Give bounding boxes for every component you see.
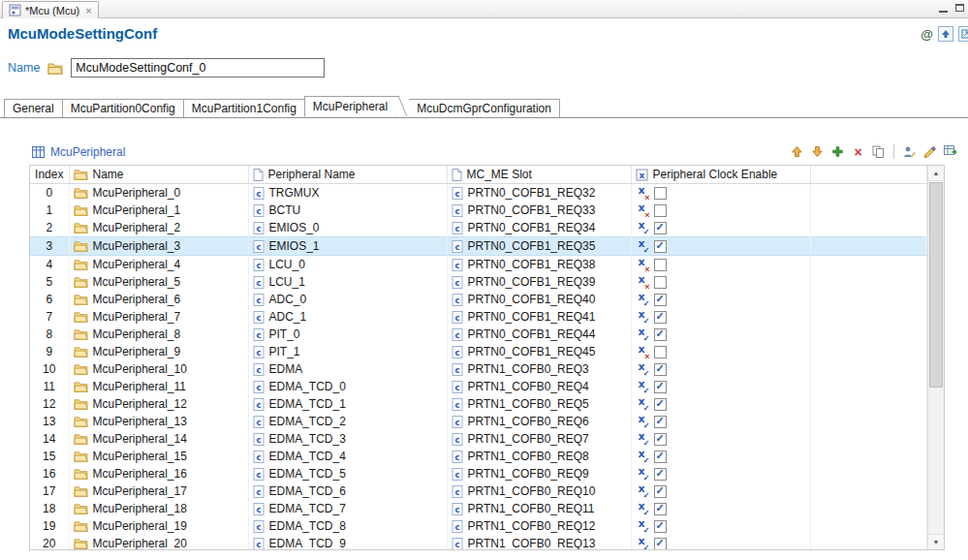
scrollbar-thumb[interactable] — [929, 182, 943, 388]
copy-row-icon[interactable] — [870, 143, 887, 160]
collapse-all-icon[interactable] — [938, 26, 953, 42]
table-row[interactable]: 5 McuPeripheral_5 c LCU_1 c PRTN0_COFB1_… — [30, 273, 927, 291]
export-table-icon[interactable] — [942, 143, 958, 160]
clock-enable-checkbox[interactable] — [654, 187, 667, 200]
table-icon — [32, 146, 45, 158]
table-row[interactable]: 9 McuPeripheral_9 c PIT_1 c PRTN0_COFB1_… — [30, 343, 927, 360]
clock-enable-checkbox[interactable] — [654, 398, 667, 411]
table-row[interactable]: 17 McuPeripheral_17 c EDMA_TCD_6 c PRTN1… — [30, 482, 927, 500]
clock-enable-checkbox[interactable] — [654, 451, 667, 463]
name-input[interactable] — [71, 58, 325, 78]
column-header-peripheral-name[interactable]: Peripheral Name — [248, 166, 447, 184]
table-row[interactable]: 19 McuPeripheral_19 c EDMA_TCD_8 c PRTN1… — [30, 517, 927, 535]
clock-enable-checkbox[interactable] — [654, 538, 667, 550]
clock-enable-checkbox[interactable] — [654, 503, 667, 515]
string-value-icon: c — [452, 204, 463, 217]
cell-name: McuPeripheral_11 — [69, 378, 248, 395]
clock-enable-checkbox[interactable] — [654, 468, 667, 481]
string-value-icon: c — [452, 222, 463, 234]
clock-enable-checkbox[interactable] — [654, 311, 667, 324]
cell-name-text: McuPeripheral_0 — [93, 186, 181, 200]
cell-slot-text: PRTN1_COFB0_REQ12 — [468, 519, 596, 533]
clock-enable-checkbox[interactable] — [654, 520, 667, 533]
clock-enable-checkbox[interactable] — [654, 485, 667, 498]
table-caption[interactable]: McuPeripheral — [50, 145, 125, 159]
scroll-down-icon[interactable]: ▼ — [928, 534, 944, 549]
vertical-scrollbar[interactable]: ▲ ▼ — [927, 166, 944, 549]
table-row[interactable]: 2 McuPeripheral_2 c EMIOS_0 c PRTN0_COFB… — [30, 219, 927, 237]
document-icon — [452, 169, 462, 181]
column-header-clock-enable[interactable]: x Peripheral Clock Enable — [631, 166, 810, 184]
clock-enable-checkbox[interactable] — [654, 204, 667, 217]
tab-mcupartition0config[interactable]: McuPartition0Config — [62, 99, 184, 117]
cell-peripheral-text: ADC_0 — [269, 293, 307, 306]
table-row[interactable]: 13 McuPeripheral_13 c EDMA_TCD_2 c PRTN1… — [30, 413, 927, 430]
clock-enable-checkbox[interactable] — [654, 222, 667, 234]
rename-icon[interactable] — [901, 143, 918, 160]
tab-mcupartition1config[interactable]: McuPartition1Config — [183, 99, 305, 117]
cell-index: 14 — [30, 430, 69, 448]
table-row[interactable]: 16 McuPeripheral_16 c EDMA_TCD_5 c PRTN1… — [30, 465, 927, 482]
column-header-name[interactable]: Name — [69, 166, 248, 184]
minimize-icon[interactable] — [939, 11, 948, 13]
table-row[interactable]: 7 McuPeripheral_7 c ADC_1 c PRTN0_COFB1_… — [30, 308, 927, 326]
clock-enable-checkbox[interactable] — [654, 240, 667, 253]
add-row-icon[interactable] — [829, 143, 846, 160]
table-row[interactable]: 4 McuPeripheral_4 c LCU_0 c PRTN0_COFB1_… — [30, 256, 927, 274]
cell-peripheral-text: EDMA_TCD_9 — [269, 537, 346, 549]
clock-enable-checkbox[interactable] — [654, 433, 667, 446]
cell-slot-text: PRTN0_COFB1_REQ44 — [468, 327, 596, 341]
cell-index: 19 — [30, 517, 69, 535]
table-row[interactable]: 11 McuPeripheral_11 c EDMA_TCD_0 c PRTN1… — [30, 378, 927, 395]
editor-file-icon — [9, 4, 21, 16]
table-row[interactable]: 8 McuPeripheral_8 c PIT_0 c PRTN0_COFB1_… — [30, 326, 927, 343]
column-header-mcme-slot[interactable]: MC_ME Slot — [447, 166, 631, 184]
table-row[interactable]: 0 McuPeripheral_0 c TRGMUX c PRTN0_COFB1… — [30, 184, 927, 202]
svg-text:c: c — [256, 451, 261, 461]
clock-enable-checkbox[interactable] — [654, 276, 667, 289]
close-tab-icon[interactable]: × — [85, 6, 91, 16]
table-row[interactable]: 20 McuPeripheral_20 c EDMA_TCD_9 c PRTN1… — [30, 535, 927, 549]
tab-mcuperipheral[interactable]: McuPeripheral — [304, 96, 396, 117]
move-up-icon[interactable] — [789, 143, 805, 160]
string-value-icon: c — [452, 433, 463, 446]
cell-index: 4 — [30, 256, 69, 274]
clock-enable-checkbox[interactable] — [654, 346, 667, 358]
editor-tab-mcu[interactable]: *Mcu (Mcu) × — [2, 1, 99, 18]
cell-index: 16 — [30, 465, 69, 482]
export-config-icon[interactable] — [958, 26, 968, 42]
cell-name-text: McuPeripheral_10 — [93, 362, 187, 376]
clock-enable-checkbox[interactable] — [654, 328, 667, 341]
cell-filler — [810, 219, 927, 237]
table-grid: Index Name Peripheral Name — [30, 166, 927, 549]
show-description-icon[interactable]: @ — [921, 27, 933, 42]
clock-enable-checkbox[interactable] — [654, 259, 667, 271]
table-row[interactable]: 3 McuPeripheral_3 c EMIOS_1 c PRTN0_COFB… — [30, 237, 927, 256]
clock-enable-checkbox[interactable] — [654, 363, 667, 376]
table-row[interactable]: 6 McuPeripheral_6 c ADC_0 c PRTN0_COFB1_… — [30, 291, 927, 308]
header-actions: @ — [921, 26, 968, 42]
cell-peripheral: c LCU_0 — [248, 256, 447, 274]
clock-enable-checkbox[interactable] — [654, 381, 667, 393]
tab-general[interactable]: General — [4, 99, 63, 117]
table-row[interactable]: 14 McuPeripheral_14 c EDMA_TCD_3 c PRTN1… — [30, 430, 927, 448]
table-row[interactable]: 18 McuPeripheral_18 c EDMA_TCD_7 c PRTN1… — [30, 500, 927, 517]
table-row[interactable]: 15 McuPeripheral_15 c EDMA_TCD_4 c PRTN1… — [30, 448, 927, 465]
clock-enable-checkbox[interactable] — [654, 294, 667, 306]
edit-cell-icon[interactable] — [921, 143, 938, 160]
table-row[interactable]: 1 McuPeripheral_1 c BCTU c PRTN0_COFB1_R… — [30, 202, 927, 219]
clock-enable-checkbox[interactable] — [654, 416, 667, 428]
column-header-index[interactable]: Index — [30, 166, 69, 184]
table-row[interactable]: 10 McuPeripheral_10 c EDMA c PRTN1_COFB0… — [30, 360, 927, 378]
scroll-up-icon[interactable]: ▲ — [928, 166, 944, 181]
move-down-icon[interactable] — [809, 143, 826, 160]
maximize-icon[interactable] — [955, 4, 964, 12]
tab-mcudcmgprconfiguration[interactable]: McuDcmGprConfiguration — [409, 99, 560, 117]
cell-slot-text: PRTN1_COFB0_REQ6 — [468, 415, 589, 428]
table-row[interactable]: 12 McuPeripheral_12 c EDMA_TCD_1 c PRTN1… — [30, 395, 927, 413]
cell-index: 10 — [30, 360, 69, 378]
cell-name-text: McuPeripheral_13 — [93, 415, 187, 428]
cell-peripheral: c EMIOS_1 — [248, 237, 447, 256]
cell-filler — [810, 378, 927, 395]
delete-row-icon[interactable]: × — [850, 143, 866, 160]
